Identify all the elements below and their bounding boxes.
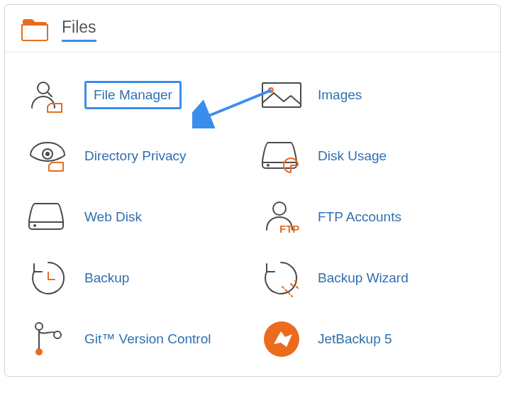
item-ftp-accounts[interactable]: FTP FTP Accounts [260, 199, 479, 236]
item-web-disk[interactable]: Web Disk [26, 199, 245, 236]
item-backup-wizard[interactable]: Backup Wizard [260, 260, 479, 297]
item-file-manager[interactable]: File Manager [26, 77, 245, 114]
file-manager-icon [26, 77, 70, 114]
images-icon [260, 77, 304, 114]
svg-text:FTP: FTP [279, 223, 299, 235]
item-label: Images [318, 87, 362, 103]
item-git-version-control[interactable]: Git™ Version Control [26, 321, 245, 358]
item-jetbackup[interactable]: JetBackup 5 [260, 321, 479, 358]
ftp-accounts-icon: FTP [260, 199, 304, 236]
git-icon [26, 321, 70, 358]
svg-point-5 [267, 164, 270, 167]
item-label: Directory Privacy [84, 148, 187, 164]
folder-icon [21, 18, 49, 42]
svg-point-6 [33, 224, 36, 227]
svg-point-7 [273, 202, 286, 215]
backup-icon [26, 260, 70, 297]
items-grid: File Manager Images [5, 52, 500, 376]
item-label: Backup [84, 270, 129, 286]
jetbackup-icon [260, 321, 304, 358]
item-backup[interactable]: Backup [26, 260, 245, 297]
backup-wizard-icon [260, 260, 304, 297]
panel-title: Files [62, 18, 96, 42]
svg-point-11 [35, 348, 43, 355]
svg-point-9 [35, 323, 43, 330]
item-images[interactable]: Images [260, 77, 479, 114]
item-label: Disk Usage [318, 148, 387, 164]
web-disk-icon [26, 199, 70, 236]
item-label: JetBackup 5 [318, 331, 392, 347]
item-label: Backup Wizard [318, 270, 409, 286]
files-panel: Files File Manager [4, 4, 501, 377]
panel-header: Files [5, 5, 500, 52]
disk-usage-icon [260, 138, 304, 175]
item-directory-privacy[interactable]: Directory Privacy [26, 138, 245, 175]
item-label: Git™ Version Control [84, 331, 211, 347]
svg-point-2 [269, 88, 273, 92]
item-disk-usage[interactable]: Disk Usage [260, 138, 479, 175]
svg-point-4 [45, 152, 50, 156]
item-label: Web Disk [84, 209, 142, 225]
item-label: File Manager [84, 81, 182, 109]
directory-privacy-icon [26, 138, 70, 175]
svg-rect-1 [262, 83, 301, 107]
item-label: FTP Accounts [318, 209, 401, 225]
